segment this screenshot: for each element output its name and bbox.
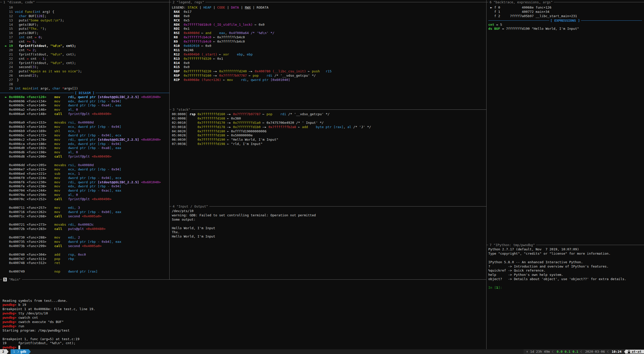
terminal-line [488, 281, 642, 286]
pane-title-backtrace[interactable]: 6 "backtrace, expressions, args" [488, 0, 554, 4]
pane-number: 7 [490, 243, 492, 247]
hostname-label: at-at [632, 350, 641, 353]
pane-title-label: "Input / Output" [177, 204, 208, 208]
terminal-line: 03:0018│ 0x7fffffffd178 —▸ 0x7fffffffd1b… [172, 125, 486, 129]
powerline-arrow-icon [7, 349, 9, 354]
terminal-line: RCX 0x5 [172, 18, 486, 23]
terminal-line [488, 256, 642, 260]
terminal-line: 06:0030│ 0x7fffffffd190 ← "Hello World, … [172, 138, 486, 142]
terminal-line: 0x4006fe <func+238> mov edx, dword ptr [… [3, 184, 169, 189]
terminal-line: 0x400735 <func+293> mov dword ptr [rbp -… [3, 240, 169, 244]
terminal-line: 12 char BUF[128]; [3, 14, 169, 18]
pane-title-ipython[interactable]: 7 "IPython: tmp/pwndbg" [488, 243, 536, 247]
terminal-line: R8 0x7ffff7fcb4c0 ← 0x7ffff7fcb4c0 [172, 35, 486, 40]
tmux-screen: 1 "disasm, code" 2 "legend, regs" 3 "sta… [0, 0, 644, 354]
terminal-line [3, 290, 484, 294]
terminal-line [3, 333, 484, 337]
terminal-line: cnt = 5 [488, 23, 642, 27]
terminal-line: 26 second(2); [3, 74, 169, 78]
terminal-line: Breakpoint 1 at 0x40068e: file test.c, l… [3, 307, 484, 311]
terminal-line: 23 fprintf(stdout, "%d\n", cnt); [3, 61, 169, 65]
terminal-line: RBX 0x0 [172, 14, 486, 18]
terminal-line: warning: GDB: Failed to set controlling … [172, 213, 486, 218]
terminal-line: 0x40071c <func+268> call second <0x4005a… [3, 214, 169, 219]
terminal-line: Breakpoint 1, func (arg=5) at test.c:19 [3, 337, 484, 341]
pane-title-input-output[interactable]: 4 "Input / Output" [171, 204, 209, 209]
status-date: 2020-03-06 [585, 350, 605, 353]
terminal-line: RSI 0x40080d ← and eax, 0x4f000a64 /* '%… [172, 31, 486, 35]
terminal-line: 0x400730 <func+288> mov edi, 2 [3, 235, 169, 240]
registers-listing: LEGEND: STACK | HEAP | CODE | DATA | RWX… [172, 6, 486, 82]
terminal-line: 0x4006b3 <func+163> mov ecx, dword ptr [… [3, 125, 169, 129]
terminal-line: 0x4006a4 <func+148> call fprintf@plt <0x… [3, 112, 169, 116]
pane-legend-regs[interactable]: LEGEND: STACK | HEAP | CODE | DATA | RWX… [172, 6, 486, 82]
pane-input-output[interactable]: /dev/pts/10warning: GDB: Failed to set c… [172, 209, 486, 239]
pane-backtrace-expressions[interactable]: ► f 0 40068e func+126 f 1 400772 main+34… [488, 6, 642, 31]
pane-title-label: "stack" [177, 108, 190, 111]
terminal-line: 07:0038│ 0x7fffffffd198 ← "rld, I'm Inpu… [172, 142, 486, 146]
terminal-line: 0x4006b9 <func+169> shl ecx, 1 [3, 129, 169, 133]
stack-listing: 00:0000│ rsp 0x7fffffffd160 —▸ 0x7ffff7b… [172, 112, 486, 146]
backtrace-listing: ► f 0 40068e func+126 f 1 400772 main+34… [488, 6, 642, 18]
pane-border-vertical-left-column[interactable] [169, 0, 170, 279]
pane-border-vertical-right-column[interactable] [486, 0, 487, 349]
terminal-line: ► 19 fprintf(stdout, "%d\n", cnt); [3, 44, 169, 48]
pane-number: 4 [173, 204, 175, 208]
pane-title-main[interactable]: 5 "Main" [2, 277, 22, 282]
pane-disasm-code[interactable]: 10 11 void func(int arg) { 12 char BUF[1… [0, 6, 169, 274]
pane-border-main-top[interactable] [0, 279, 486, 280]
terminal-line: 29 int main(int argc, char *argv[]) [3, 86, 169, 91]
pane-border-stack-top[interactable] [169, 109, 486, 110]
terminal-line: 02:0010│ 0x7fffffffd170 —▸ 0x7fffffffd1a… [172, 121, 486, 125]
terminal-line: pwndbg> b 19 [3, 303, 484, 307]
terminal-line: pwndbg> run [3, 324, 484, 329]
terminal-line: R11 0x246 [172, 48, 486, 52]
terminal-line: 0x40069c <func+140> mov dword ptr [rbp -… [3, 103, 169, 108]
pane-number-active: 5 [3, 278, 7, 281]
terminal-line [172, 222, 486, 226]
terminal-line: RBP 0x7fffffffd220 —▸ 0x7fffffffd240 —▸ … [172, 69, 486, 74]
terminal-line: 0x4006bc <func+172> mov dword ptr [rbp -… [3, 133, 169, 138]
terminal-line: LEGEND: STACK | HEAP | CODE | DATA | RWX… [172, 6, 486, 10]
window-tab-gdb[interactable]: 1 gdb [11, 349, 29, 354]
expressions-listing: cnt = 5ds BUF = 7fffffffd190 "Hello Worl… [488, 23, 642, 31]
terminal-line: 22 cnt = cnt - 1; [3, 57, 169, 61]
terminal-line: 20 cnt *= 2; [3, 48, 169, 52]
terminal-line: In [1]: [488, 286, 642, 290]
terminal-line: 0x400747 <func+311> pop rbp [3, 257, 169, 261]
terminal-line: 11 void func(int arg) { [3, 10, 169, 14]
terminal-line: 25 puts("Again as it was so nice"); [3, 69, 169, 74]
pane-title-legend-regs[interactable]: 2 "legend, regs" [171, 0, 205, 4]
terminal-line: RSP 0x7fffffffd160 —▸ 0x7ffff7b97787 ← p… [172, 74, 486, 78]
terminal-line [3, 286, 484, 290]
terminal-line [3, 248, 169, 253]
pane-title-stack[interactable]: 3 "stack" [171, 107, 191, 112]
terminal-line: 24 second(3); [3, 65, 169, 69]
terminal-line: pwndbg> cwatch cnt [3, 316, 484, 320]
session-badge[interactable]: 2 [0, 349, 7, 354]
terminal-line: 0x4006d6 <func+198> mov al, 0 [3, 150, 169, 155]
source-code-listing: 10 11 void func(int arg) { 12 char BUF[1… [0, 6, 169, 91]
terminal-line: 0x4006c2 <func+178> mov rdi, qword ptr [… [3, 138, 169, 142]
pane-stack[interactable]: 00:0000│ rsp 0x7fffffffd160 —▸ 0x7ffff7b… [172, 112, 486, 146]
terminal-line: Some output: [172, 218, 486, 222]
expressions-section-label: [ EXPRESSIONS ] [550, 19, 580, 22]
pane-ipython[interactable]: Python 2.7.17 (default, Nov 7 2019, 10:0… [488, 247, 642, 290]
terminal-line: ? -> Introduction and overview of IPytho… [488, 264, 642, 269]
terminal-line: Reading symbols from test...done. [3, 299, 484, 303]
terminal-line: R9 0x7ffff7fcb4c0 ← 0x7ffff7fcb4c0 [172, 40, 486, 44]
terminal-line: R10 0x602010 ← 0x0 [172, 44, 486, 48]
terminal-line: 04:0020│ 0x7fffffffd180 ← 0xffffd1900000… [172, 129, 486, 134]
pane-title-disasm-code[interactable]: 1 "disasm, code" [2, 0, 36, 4]
terminal-line: 0x400704 <func+244> mov dword ptr [rbp -… [3, 189, 169, 193]
tmux-status-bar: 2 1 gdb ↑ 1d 23h 49m 0.0 0.1 0.1 2020-03… [0, 349, 644, 354]
pane-main-console[interactable]: Reading symbols from test...done.pwndbg>… [3, 282, 484, 350]
terminal-line: 0x400740 <func+304> add rsp, 0xc0 [3, 253, 169, 257]
terminal-line: object? -> Details about 'object', use '… [488, 277, 642, 281]
terminal-line: 0x4006a2 <func+146> mov al, 0 [3, 108, 169, 112]
chevron-left-icon [581, 350, 583, 353]
status-time: 10:24 [612, 350, 622, 353]
terminal-line: 19 fprintf(stdout, "%d\n", cnt); [3, 341, 484, 345]
pane-border-io-top[interactable] [169, 206, 486, 206]
terminal-line: 0x4006ca <func+186> mov edx, dword ptr [… [3, 142, 169, 146]
